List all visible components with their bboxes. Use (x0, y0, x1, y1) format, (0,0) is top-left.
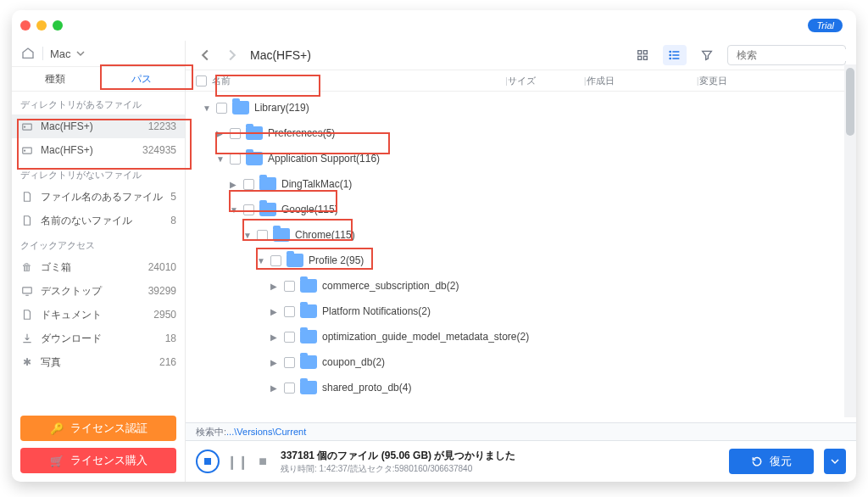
disk-icon (20, 120, 34, 133)
stop-scan-button[interactable] (196, 450, 220, 473)
sidebar-item-downloads[interactable]: ダウンロード 18 (12, 327, 185, 350)
tree-row[interactable]: ▶commerce_subscription_db(2) (186, 273, 856, 299)
tree-row[interactable]: ▼Google(115) (186, 197, 856, 222)
restore-menu-button[interactable] (824, 449, 846, 474)
folder-icon (300, 279, 317, 293)
tab-path[interactable]: パス (98, 67, 185, 91)
breadcrumb-label: Mac (50, 47, 71, 60)
disclosure-icon[interactable]: ▼ (257, 256, 265, 265)
sidebar-item-label: ゴミ箱 (41, 260, 71, 275)
tree-row[interactable]: ▶shared_proto_db(4) (186, 375, 856, 400)
sidebar-item-count: 324935 (142, 144, 176, 156)
zoom-icon[interactable] (53, 20, 63, 31)
restore-button[interactable]: 復元 (729, 449, 814, 474)
tree-row[interactable]: ▼Library(219) (186, 95, 856, 120)
disclosure-icon[interactable]: ▶ (230, 180, 238, 189)
tab-kind[interactable]: 種類 (12, 67, 98, 91)
svg-rect-8 (643, 56, 647, 59)
row-checkbox[interactable] (230, 128, 241, 139)
button-label: 復元 (770, 454, 792, 469)
disclosure-icon[interactable]: ▼ (243, 231, 252, 240)
close-icon[interactable] (20, 20, 31, 31)
pause-scan-button[interactable]: ❙❙ (230, 454, 245, 470)
row-checkbox[interactable] (284, 306, 295, 317)
sidebar-item-label: ドキュメント (41, 308, 102, 322)
row-checkbox[interactable] (284, 281, 295, 292)
disclosure-icon[interactable]: ▶ (270, 358, 279, 367)
row-checkbox[interactable] (216, 103, 227, 114)
row-checkbox[interactable] (243, 204, 254, 215)
row-checkbox[interactable] (270, 255, 281, 266)
row-checkbox[interactable] (284, 383, 295, 394)
folder-icon (287, 254, 303, 267)
stop-square-button[interactable]: ■ (255, 454, 270, 469)
breadcrumb-select[interactable]: Mac (50, 47, 85, 60)
sidebar-item-named[interactable]: ファイル名のあるファイル 5 (12, 185, 185, 209)
license-purchase-button[interactable]: 🛒 ライセンス購入 (20, 448, 176, 473)
row-checkbox[interactable] (284, 332, 295, 343)
home-icon[interactable] (20, 46, 36, 61)
disclosure-icon[interactable]: ▼ (230, 205, 238, 215)
section-with-dir: ディレクトリがあるファイル (12, 92, 185, 114)
sidebar-item-unnamed[interactable]: 名前のないファイル 8 (12, 209, 185, 232)
svg-rect-6 (643, 51, 647, 54)
button-label: ライセンス認証 (70, 421, 147, 436)
filter-button[interactable] (695, 45, 719, 65)
tree-row[interactable]: ▶DingTalkMac(1) (186, 171, 856, 197)
row-checkbox[interactable] (243, 179, 254, 190)
nav-back-button[interactable] (196, 46, 214, 64)
folder-icon (232, 101, 249, 114)
scrollbar-thumb[interactable] (846, 68, 854, 136)
disclosure-icon[interactable]: ▶ (270, 332, 279, 342)
disclosure-icon[interactable]: ▼ (203, 103, 211, 113)
disclosure-icon[interactable]: ▶ (270, 307, 279, 316)
footer-headline: 337181 個のファイル (95.06 GB) が見つかりました (281, 449, 515, 463)
search-input[interactable] (737, 49, 856, 61)
folder-icon (300, 304, 317, 318)
file-icon (20, 190, 34, 204)
svg-rect-4 (23, 288, 32, 293)
sidebar-item-volume[interactable]: Mac(HFS+) 324935 (12, 138, 185, 162)
tree-row[interactable]: ▶Platform Notifications(2) (186, 299, 856, 324)
chevron-down-icon (831, 457, 839, 466)
tree-row[interactable]: ▶coupon_db(2) (186, 349, 856, 375)
tree-row[interactable]: ▶optimization_guide_model_metadata_store… (186, 324, 856, 349)
disclosure-icon[interactable]: ▼ (216, 154, 225, 164)
view-grid-button[interactable] (631, 45, 654, 65)
sidebar-item-documents[interactable]: ドキュメント 2950 (12, 303, 185, 327)
sidebar-item-label: 写真 (41, 355, 61, 370)
tree-row[interactable]: ▼Application Support(116) (186, 146, 856, 171)
tree-row[interactable]: ▶Preferences(5) (186, 120, 856, 146)
sidebar-item-volume[interactable]: Mac(HFS+) 12233 (12, 114, 185, 138)
disclosure-icon[interactable]: ▶ (216, 129, 225, 138)
col-size: サイズ (508, 75, 584, 87)
row-label: Chrome(115) (295, 229, 355, 241)
sidebar-item-photos[interactable]: ✱ 写真 216 (12, 350, 185, 374)
vertical-scrollbar[interactable] (844, 64, 856, 417)
tree-row[interactable]: ▼Profile 2(95) (186, 248, 856, 273)
sidebar-item-label: 名前のないファイル (41, 214, 132, 228)
sidebar-item-count: 8 (170, 215, 176, 226)
nav-forward-button[interactable] (223, 46, 242, 64)
view-list-button[interactable] (663, 45, 687, 65)
row-label: Application Support(116) (268, 153, 380, 165)
disclosure-icon[interactable]: ▶ (270, 282, 279, 291)
minimize-icon[interactable] (36, 20, 47, 31)
disclosure-icon[interactable]: ▶ (270, 383, 279, 393)
row-checkbox[interactable] (257, 230, 268, 241)
row-label: coupon_db(2) (322, 356, 385, 368)
sidebar-item-desktop[interactable]: デスクトップ 39299 (12, 279, 185, 303)
svg-point-1 (25, 126, 25, 127)
section-quick: クイックアクセス (12, 232, 185, 255)
select-all-checkbox[interactable] (196, 75, 207, 87)
svg-point-13 (670, 54, 670, 55)
search-field[interactable] (727, 45, 846, 65)
folder-icon (300, 330, 317, 343)
row-checkbox[interactable] (230, 154, 241, 165)
trash-icon: 🗑 (20, 260, 34, 274)
sidebar-item-trash[interactable]: 🗑 ゴミ箱 24010 (12, 255, 185, 279)
license-activate-button[interactable]: 🔑 ライセンス認証 (20, 416, 176, 441)
row-checkbox[interactable] (284, 357, 295, 368)
tree-row[interactable]: ▼Chrome(115) (186, 222, 856, 248)
sidebar-item-count: 24010 (148, 261, 176, 273)
